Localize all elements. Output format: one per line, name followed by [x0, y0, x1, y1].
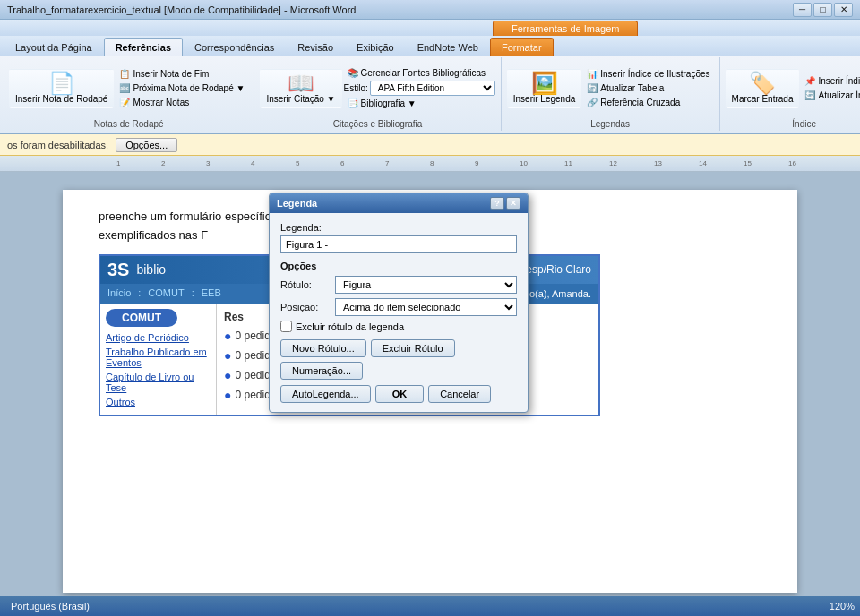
link-outros[interactable]: Outros: [106, 397, 211, 407]
tab-layout[interactable]: Layout da Página: [4, 38, 104, 56]
indice-ilus-label: Inserir Índice de Ilustrações: [600, 69, 710, 79]
ribbon-tabs: Layout da Página Referências Correspondê…: [0, 36, 860, 56]
rotulo-label: Rótulo:: [280, 279, 330, 290]
ruler: 1 2 3 4 5 6 7 8 9 10 11 12 13 14 15 16: [0, 156, 860, 172]
proxima-nota-btn[interactable]: 🔤 Próxima Nota de Rodapé ▼: [116, 81, 248, 95]
dialog-title-text: Legenda: [277, 198, 317, 209]
atualizar-indice-btn[interactable]: 🔄 Atualizar Índice: [801, 89, 860, 102]
novo-rotulo-btn[interactable]: Novo Rótulo...: [280, 339, 366, 357]
inserir-nota-rodape-btn[interactable]: 📄 Inserir Nota de Rodapé: [9, 69, 114, 108]
excluir-checkbox[interactable]: [280, 321, 292, 332]
citacoes-buttons: 📖 Inserir Citação ▼ 📚 Gerenciar Fontes B…: [260, 59, 494, 117]
indice-ilus-icon: 📊: [587, 69, 598, 79]
ruler-mark-12: 12: [609, 159, 617, 167]
ruler-mark-1: 1: [116, 159, 120, 167]
legendas-col: 📊 Inserir Índice de Ilustrações 🔄 Atuali…: [583, 67, 713, 109]
biblio-icon: 📑: [348, 98, 358, 108]
ruler-mark-13: 13: [654, 159, 662, 167]
marcar-entrada-btn[interactable]: 🏷️ Marcar Entrada: [726, 69, 800, 108]
citacao-icon: 📖: [288, 73, 314, 94]
link-trabalho[interactable]: Trabalho Publicado em Eventos: [106, 346, 211, 368]
autolegenda-btn[interactable]: AutoLegenda...: [280, 385, 371, 403]
mostrar-icon: 📝: [119, 98, 130, 107]
link-artigo[interactable]: Artigo de Periódico: [106, 332, 211, 343]
ruler-mark-9: 9: [475, 159, 478, 167]
numeracao-btn[interactable]: Numeração...: [280, 362, 363, 380]
excluir-row: Excluir rótulo da legenda: [280, 321, 517, 332]
embed-logo: 3S: [108, 260, 129, 280]
maximize-btn[interactable]: □: [813, 3, 832, 17]
rotulo-row: Rótulo: Figura: [280, 276, 517, 294]
inserir-legenda-btn[interactable]: 🖼️ Inserir Legenda: [507, 69, 582, 108]
link-capitulo[interactable]: Capítulo de Livro ou Tese: [106, 372, 211, 393]
inserir-nota-fim-btn[interactable]: 📋 Inserir Nota de Fim: [116, 67, 248, 81]
indice-col: 📌 Inserir Índice 🔄 Atualizar Índice: [801, 74, 860, 102]
inserir-citacao-btn[interactable]: 📖 Inserir Citação ▼: [260, 69, 341, 108]
ribbon: 📄 Inserir Nota de Rodapé 📋 Inserir Nota …: [0, 56, 860, 134]
ruler-mark-4: 4: [251, 159, 254, 167]
gerenciar-icon: 📚: [348, 68, 358, 78]
dialog-body: Legenda: Opções Rótulo: Figura Posição: …: [270, 213, 528, 412]
gerenciar-label: Gerenciar Fontes Bibliográficas: [361, 68, 486, 78]
ins-ind-icon: 📌: [804, 76, 815, 86]
ribbon-group-citacoes: 📖 Inserir Citação ▼ 📚 Gerenciar Fontes B…: [254, 57, 501, 131]
language-status: Português (Brasil): [5, 601, 95, 612]
referencia-cruzada-btn[interactable]: 🔗 Referência Cruzada: [583, 96, 713, 109]
tab-referencias[interactable]: Referências: [104, 38, 183, 56]
tab-revisao[interactable]: Revisão: [286, 38, 345, 56]
nav-eeb[interactable]: EEB: [202, 287, 221, 300]
inserir-indice-main-btn[interactable]: 📌 Inserir Índice: [801, 74, 860, 88]
lib-links: Artigo de Periódico Trabalho Publicado e…: [106, 332, 211, 407]
inserir-indice-btn[interactable]: 📊 Inserir Índice de Ilustrações: [583, 67, 713, 81]
posicao-label: Posição:: [280, 302, 330, 312]
close-btn[interactable]: ✕: [834, 3, 853, 17]
atu-ind-icon: 🔄: [804, 90, 815, 100]
citacao-label: Inserir Citação ▼: [266, 94, 335, 105]
legendas-buttons: 🖼️ Inserir Legenda 📊 Inserir Índice de I…: [507, 59, 714, 117]
tab-correspondencias[interactable]: Correspondências: [183, 38, 286, 56]
citacoes-col: 📚 Gerenciar Fontes Bibliográficas Estilo…: [344, 66, 495, 110]
mostrar-label: Mostrar Notas: [133, 98, 189, 107]
atualizar-tab-label: Atualizar Tabela: [600, 83, 664, 93]
marcar-label: Marcar Entrada: [732, 94, 794, 105]
legenda-input[interactable]: [280, 235, 517, 253]
ruler-mark-10: 10: [520, 159, 528, 167]
estilo-select[interactable]: APA Fifth Edition: [370, 81, 495, 96]
dialog-buttons-row1: Novo Rótulo... Excluir Rótulo Numeração.…: [280, 339, 517, 380]
rotulo-select[interactable]: Figura: [335, 276, 517, 294]
notas-col: 📋 Inserir Nota de Fim 🔤 Próxima Nota de …: [116, 67, 248, 109]
tab-exibicao[interactable]: Exibição: [345, 38, 406, 56]
indice-group-label: Índice: [792, 117, 816, 129]
tab-formatar[interactable]: Formatar: [490, 38, 554, 56]
ok-btn[interactable]: OK: [375, 385, 425, 403]
nav-comut[interactable]: COMUT: [148, 287, 184, 300]
tab-endnote[interactable]: EndNote Web: [406, 38, 490, 56]
title-bar: Trabalho_formatarexercicio_textual [Modo…: [0, 0, 860, 20]
ruler-mark-3: 3: [206, 159, 210, 167]
opcoes-section-label: Opções: [280, 261, 517, 271]
dialog-close-btn[interactable]: ✕: [506, 197, 520, 210]
minimize-btn[interactable]: ─: [793, 3, 812, 17]
nav-inicio[interactable]: Início: [108, 287, 131, 300]
dialog-help-btn[interactable]: ?: [490, 197, 504, 210]
options-button[interactable]: Opções...: [116, 138, 177, 152]
mostrar-notas-btn[interactable]: 📝 Mostrar Notas: [116, 96, 248, 109]
posicao-select[interactable]: Acima do item selecionado: [335, 298, 517, 316]
atualizar-tabela-btn[interactable]: 🔄 Atualizar Tabela: [583, 81, 713, 95]
bibliografia-btn[interactable]: 📑 Bibliografia ▼: [344, 97, 495, 110]
title-bar-text: Trabalho_formatarexercicio_textual [Modo…: [7, 4, 793, 15]
zoom-level: 120%: [830, 601, 855, 612]
doc-area: preenche um formulário específico para o…: [0, 172, 860, 611]
gerenciar-fontes-btn[interactable]: 📚 Gerenciar Fontes Bibliográficas: [344, 66, 495, 80]
legendas-group-label: Legendas: [590, 117, 630, 129]
cancelar-btn[interactable]: Cancelar: [428, 385, 491, 403]
legenda-label: Inserir Legenda: [513, 94, 576, 105]
ref-cruz-icon: 🔗: [587, 98, 598, 107]
ribbon-group-notas: 📄 Inserir Nota de Rodapé 📋 Inserir Nota …: [4, 57, 254, 131]
ruler-mark-2: 2: [161, 159, 165, 167]
ribbon-group-legendas: 🖼️ Inserir Legenda 📊 Inserir Índice de I…: [502, 57, 720, 131]
ruler-mark-11: 11: [564, 159, 572, 167]
excluir-rotulo-btn[interactable]: Excluir Rótulo: [371, 339, 455, 357]
title-bar-controls: ─ □ ✕: [793, 3, 853, 17]
ferramentas-imagem-tab[interactable]: Ferramentas de Imagem: [493, 21, 638, 36]
